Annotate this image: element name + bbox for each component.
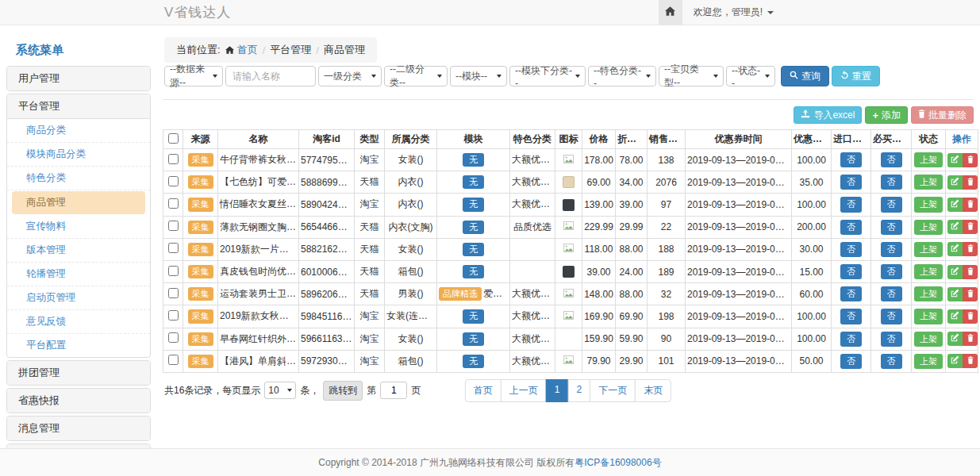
must-buy-toggle[interactable]: 否: [881, 309, 902, 324]
status-button[interactable]: 上架: [914, 264, 943, 279]
delete-button[interactable]: [963, 198, 978, 212]
must-buy-toggle[interactable]: 否: [881, 354, 902, 369]
filter-select-source[interactable]: --数据来源--: [164, 66, 223, 86]
filter-select-module-sub[interactable]: --模块下分类--: [509, 66, 586, 86]
delete-button[interactable]: [963, 309, 978, 324]
pager-first[interactable]: 首页: [465, 379, 502, 402]
delete-button[interactable]: [963, 265, 978, 279]
row-checkbox[interactable]: [168, 266, 179, 276]
sidebar-item-goods-category[interactable]: 商品分类: [7, 119, 150, 143]
home-button[interactable]: [659, 0, 682, 25]
import-select-toggle[interactable]: 否: [840, 286, 862, 301]
filter-select-item-type[interactable]: --宝贝类型--: [659, 66, 724, 86]
edit-button[interactable]: [947, 332, 963, 346]
sidebar-item-platform-config[interactable]: 平台配置: [7, 334, 150, 357]
jump-button[interactable]: 跳转到: [323, 381, 363, 401]
import-select-toggle[interactable]: 否: [840, 309, 862, 324]
row-checkbox[interactable]: [168, 288, 179, 298]
import-select-toggle[interactable]: 否: [840, 264, 862, 279]
batch-delete-button[interactable]: 批量删除: [911, 106, 974, 124]
sidebar-item-promo-material[interactable]: 宣传物料: [7, 215, 150, 239]
import-select-toggle[interactable]: 否: [840, 175, 862, 190]
sidebar-item-goods-manage[interactable]: 商品管理: [12, 191, 145, 214]
status-button[interactable]: 上架: [914, 197, 943, 212]
sidebar-item-version-manage[interactable]: 版本管理: [7, 239, 150, 263]
filter-input-name[interactable]: [225, 66, 316, 86]
add-button[interactable]: + 添加: [865, 106, 908, 124]
edit-button[interactable]: [947, 175, 963, 190]
pager-prev[interactable]: 上一页: [501, 379, 547, 402]
must-buy-toggle[interactable]: 否: [881, 175, 902, 190]
delete-button[interactable]: [963, 242, 978, 256]
edit-button[interactable]: [947, 309, 963, 324]
import-select-toggle[interactable]: 否: [840, 332, 862, 347]
delete-button[interactable]: [963, 287, 978, 301]
sidebar-item-feature-category[interactable]: 特色分类: [7, 167, 150, 190]
row-checkbox[interactable]: [168, 243, 179, 253]
edit-button[interactable]: [947, 287, 963, 301]
status-button[interactable]: 上架: [914, 286, 943, 301]
delete-button[interactable]: [963, 175, 978, 190]
status-button[interactable]: 上架: [914, 309, 943, 324]
reset-button[interactable]: 重置: [832, 66, 880, 86]
import-select-toggle[interactable]: 否: [840, 197, 862, 212]
import-select-toggle[interactable]: 否: [840, 152, 862, 167]
pager-page-2[interactable]: 2: [568, 379, 591, 402]
status-button[interactable]: 上架: [914, 175, 943, 190]
delete-button[interactable]: [963, 220, 978, 234]
filter-select-module[interactable]: --模块--: [450, 66, 507, 86]
edit-button[interactable]: [947, 198, 963, 212]
pager-page-1[interactable]: 1: [546, 379, 569, 402]
filter-select-category-l2[interactable]: --二级分类--: [384, 66, 448, 86]
edit-button[interactable]: [947, 242, 963, 256]
page-number-input[interactable]: [380, 382, 407, 399]
breadcrumb-item-platform[interactable]: 平台管理: [270, 43, 311, 57]
row-checkbox[interactable]: [168, 355, 179, 365]
icp-link[interactable]: 粤ICP备16098006号: [575, 456, 661, 470]
search-button[interactable]: 查询: [781, 66, 829, 86]
import-excel-button[interactable]: 导入excel: [794, 106, 862, 124]
row-checkbox[interactable]: [168, 176, 179, 186]
status-button[interactable]: 上架: [914, 152, 943, 167]
row-checkbox[interactable]: [168, 221, 179, 231]
row-checkbox[interactable]: [168, 154, 179, 164]
must-buy-toggle[interactable]: 否: [881, 152, 902, 167]
filter-select-status[interactable]: --状态--: [726, 66, 775, 86]
breadcrumb-home-link[interactable]: 首页: [225, 43, 258, 57]
select-all-checkbox[interactable]: [168, 133, 179, 144]
pager-last[interactable]: 末页: [635, 379, 671, 402]
edit-button[interactable]: [947, 153, 963, 167]
sidebar-item-splash-manage[interactable]: 启动页管理: [7, 286, 150, 310]
per-page-select[interactable]: 10: [264, 382, 296, 399]
sidebar-group-platform[interactable]: 平台管理: [7, 94, 150, 119]
delete-button[interactable]: [963, 153, 978, 167]
filter-select-category-l1[interactable]: 一级分类: [318, 66, 382, 86]
status-button[interactable]: 上架: [914, 242, 943, 257]
must-buy-toggle[interactable]: 否: [881, 197, 902, 212]
sidebar-group-groupbuy[interactable]: 拼团管理: [7, 361, 150, 385]
sidebar-item-module-goods-category[interactable]: 模块商品分类: [7, 143, 150, 167]
must-buy-toggle[interactable]: 否: [881, 264, 902, 279]
sidebar-item-carousel-manage[interactable]: 轮播管理: [7, 263, 150, 286]
must-buy-toggle[interactable]: 否: [881, 286, 902, 301]
filter-select-feature[interactable]: --特色分类--: [588, 66, 656, 86]
sidebar-group-message[interactable]: 消息管理: [7, 416, 150, 440]
row-checkbox[interactable]: [168, 198, 179, 209]
status-button[interactable]: 上架: [914, 220, 943, 235]
user-menu[interactable]: 欢迎您，管理员!: [694, 6, 774, 19]
delete-button[interactable]: [963, 354, 978, 368]
edit-button[interactable]: [947, 354, 963, 368]
status-button[interactable]: 上架: [914, 354, 943, 369]
must-buy-toggle[interactable]: 否: [881, 220, 902, 235]
sidebar-group-user[interactable]: 用户管理: [7, 67, 150, 90]
edit-button[interactable]: [947, 265, 963, 279]
must-buy-toggle[interactable]: 否: [881, 332, 902, 347]
import-select-toggle[interactable]: 否: [840, 220, 862, 235]
sidebar-item-feedback[interactable]: 意见反馈: [7, 310, 150, 334]
sidebar-group-express-news[interactable]: 省惠快报: [7, 389, 150, 413]
must-buy-toggle[interactable]: 否: [881, 242, 902, 257]
row-checkbox[interactable]: [168, 332, 179, 343]
pager-next[interactable]: 下一页: [590, 379, 636, 402]
import-select-toggle[interactable]: 否: [840, 242, 862, 257]
status-button[interactable]: 上架: [914, 332, 943, 347]
